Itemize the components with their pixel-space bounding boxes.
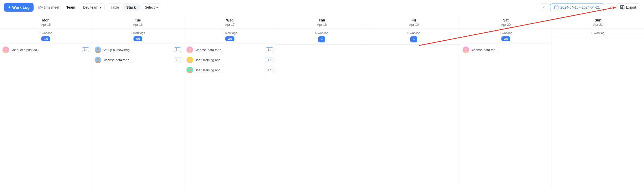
day-name: Sun <box>552 18 644 22</box>
calendar-icon <box>554 5 558 9</box>
day-entries-mon: Conduct a pilot da... 1h <box>0 43 92 188</box>
worklog-count: 0 worklog <box>315 31 328 35</box>
time-badge: 3h <box>225 36 234 41</box>
plus-icon: + <box>8 5 11 10</box>
entry-text: Set up a knowledg... <box>103 48 172 52</box>
time-badge: 4h <box>133 36 142 41</box>
day-name: Fri <box>368 18 460 22</box>
day-col-fri: Fri Apr 19 0 worklog+ <box>368 15 460 188</box>
avatar <box>463 46 469 53</box>
export-button[interactable]: Export <box>616 3 640 11</box>
list-item[interactable]: Cleanse data for d... 1h <box>94 56 182 64</box>
select-label: Select <box>145 5 155 9</box>
list-item[interactable]: User Training and ... 1h <box>185 56 274 64</box>
list-item[interactable]: User Training and ... 1h <box>185 66 274 74</box>
avatar <box>95 46 101 53</box>
day-date: Apr 16 <box>92 23 184 27</box>
select-dropdown[interactable]: Select ▾ <box>142 4 161 11</box>
day-summary-sat: 1 worklog3h <box>460 29 552 43</box>
svg-point-12 <box>189 48 191 50</box>
day-summary-sun: 0 worklog <box>552 29 644 37</box>
dev-team-label: Dev team <box>83 5 98 9</box>
day-name: Thu <box>276 18 368 22</box>
day-entries-sun <box>552 37 644 188</box>
day-header-sun: Sun Apr 21 <box>552 15 644 29</box>
day-entries-tue: Set up a knowledg... 3h Cleanse data for… <box>92 43 184 188</box>
time-badge: 3h <box>501 36 510 41</box>
day-header-thu: Thu Apr 18 <box>276 15 368 29</box>
avatar <box>186 57 193 63</box>
day-col-thu: Thu Apr 18 0 worklog+ <box>276 15 368 188</box>
worklog-count: 1 worklog <box>499 31 512 35</box>
date-range-button[interactable]: 2024-04-15 - 2024-04-21 <box>550 4 604 11</box>
day-entries-wed: Cleanse data for d... 1h User Training a… <box>184 43 276 188</box>
entry-time-badge: 1h <box>266 58 273 62</box>
avatar <box>186 67 193 73</box>
avatar <box>186 46 193 53</box>
add-worklog-button[interactable]: + Work Log <box>4 3 34 12</box>
day-header-sat: Sat Apr 20 <box>460 15 552 29</box>
add-worklog-label: Work Log <box>12 5 30 10</box>
export-label: Export <box>626 5 636 9</box>
date-range-label: 2024-04-15 - 2024-04-21 <box>560 5 600 9</box>
list-item[interactable]: Cleanse data for d... 1h <box>185 45 274 54</box>
entry-time-badge: 1h <box>266 47 273 52</box>
entry-text: Cleanse data for d... <box>103 58 172 62</box>
day-header-fri: Fri Apr 19 <box>368 15 460 29</box>
worklog-count: 0 worklog <box>592 31 604 35</box>
svg-point-18 <box>189 68 191 70</box>
day-entries-sat: Cleanse data for ... <box>460 43 552 188</box>
day-name: Wed <box>184 18 276 22</box>
day-date: Apr 18 <box>276 23 368 27</box>
time-badge: 1h <box>41 36 50 41</box>
stack-view-btn[interactable]: Stack <box>123 4 139 11</box>
next-week-button[interactable]: › <box>606 3 614 11</box>
worklog-count: 0 worklog <box>407 31 420 35</box>
day-header-mon: Mon Apr 15 <box>0 15 92 29</box>
entry-time-badge: 1h <box>174 58 181 62</box>
day-summary-fri: 0 worklog+ <box>368 29 460 45</box>
entry-text: User Training and ... <box>195 68 264 72</box>
dev-team-dropdown[interactable]: Dev team ▾ <box>80 4 105 11</box>
day-col-sun: Sun Apr 21 0 worklog <box>552 15 644 188</box>
entry-text: Cleanse data for d... <box>195 48 264 52</box>
worklog-count: 3 worklogs <box>223 31 237 35</box>
entry-time-badge: 1h <box>82 47 89 52</box>
day-name: Sat <box>460 18 552 22</box>
prev-week-button[interactable]: ‹ <box>540 3 548 11</box>
day-summary-tue: 2 worklogs4h <box>92 29 184 43</box>
team-tab[interactable]: Team <box>64 4 78 11</box>
day-header-wed: Wed Apr 17 <box>184 15 276 29</box>
my-timesheet-tab[interactable]: My timesheet <box>36 4 62 11</box>
entry-text: Conduct a pilot da... <box>11 48 80 52</box>
day-date: Apr 17 <box>184 23 276 27</box>
entry-text: Cleanse data for ... <box>471 48 549 52</box>
day-summary-mon: 1 worklog1h <box>0 29 92 43</box>
export-icon <box>620 5 625 10</box>
day-summary-thu: 0 worklog+ <box>276 29 368 45</box>
add-entry-button[interactable]: + <box>318 36 325 42</box>
list-item[interactable]: Cleanse data for ... <box>462 45 550 54</box>
table-view-btn[interactable]: Table <box>107 4 122 11</box>
calendar-grid: Mon Apr 15 1 worklog1h Conduct a pilot d… <box>0 15 644 188</box>
svg-point-9 <box>97 58 99 60</box>
svg-point-6 <box>97 48 99 50</box>
toolbar: + Work Log My timesheet Team Dev team ▾ … <box>0 0 644 15</box>
list-item[interactable]: Set up a knowledg... 3h <box>94 45 182 54</box>
day-name: Mon <box>0 18 92 22</box>
day-date: Apr 15 <box>0 23 92 27</box>
worklog-count: 2 worklogs <box>131 31 145 35</box>
worklog-count: 1 worklog <box>39 31 52 35</box>
day-summary-wed: 3 worklogs3h <box>184 29 276 43</box>
svg-point-3 <box>5 48 7 50</box>
avatar <box>3 46 9 53</box>
day-col-wed: Wed Apr 17 3 worklogs3h Cleanse data for… <box>184 15 276 188</box>
chevron-down-icon-2: ▾ <box>156 5 158 9</box>
add-entry-button[interactable]: + <box>410 36 417 42</box>
day-col-tue: Tue Apr 16 2 worklogs4h Set up a knowled… <box>92 15 184 188</box>
day-date: Apr 19 <box>368 23 460 27</box>
day-header-tue: Tue Apr 16 <box>92 15 184 29</box>
day-col-sat: Sat Apr 20 1 worklog3h Cleanse data for … <box>460 15 552 188</box>
list-item[interactable]: Conduct a pilot da... 1h <box>2 45 90 54</box>
day-entries-thu <box>276 45 368 188</box>
